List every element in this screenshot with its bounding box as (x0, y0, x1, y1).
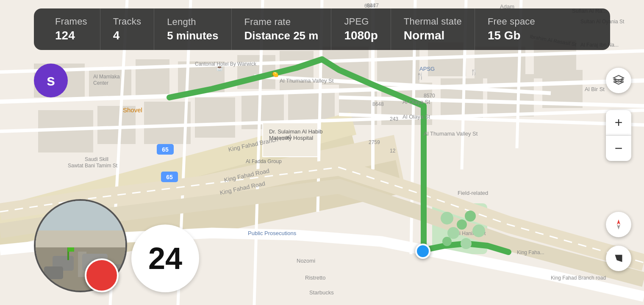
svg-text:Maternity Hospital: Maternity Hospital (269, 135, 313, 141)
jpeg-value: 1080p (344, 29, 378, 42)
svg-text:Al Bir St: Al Bir St (585, 86, 605, 92)
free-space-value: 15 Gb (488, 29, 521, 42)
stat-frame-rate: Frame rate Distance 25 m (232, 8, 332, 50)
thermal-label: Thermal state (404, 16, 462, 27)
tracks-label: Tracks (113, 16, 141, 27)
location-button[interactable] (606, 246, 631, 271)
frames-label: Frames (55, 16, 87, 27)
svg-text:12: 12 (390, 148, 396, 154)
svg-text:☕: ☕ (216, 64, 224, 72)
svg-text:APSG: APSG (419, 66, 435, 72)
svg-text:Public Prosecutions: Public Prosecutions (248, 230, 297, 236)
zoom-in-button[interactable]: + (606, 110, 631, 136)
length-value: 5 minutes (167, 29, 218, 42)
record-button[interactable] (85, 258, 119, 292)
stat-tracks: Tracks 4 (100, 8, 154, 50)
stat-thermal: Thermal state Normal (391, 8, 475, 50)
svg-text:Shovel: Shovel (123, 106, 142, 114)
svg-text:Nozomi: Nozomi (297, 258, 315, 264)
speed-circle: 24 (131, 225, 199, 292)
svg-marker-101 (613, 252, 625, 264)
svg-text:Dr. Sulaiman Al Habib: Dr. Sulaiman Al Habib (269, 128, 322, 135)
jpeg-label: JPEG (344, 16, 369, 27)
svg-rect-21 (487, 74, 534, 116)
frame-rate-value: Distance 25 m (244, 29, 319, 42)
svg-point-92 (472, 225, 485, 237)
free-space-label: Free space (488, 16, 535, 27)
stats-bar: Frames 124 Tracks 4 Length 5 minutes Fra… (34, 8, 610, 50)
zoom-out-button[interactable]: − (606, 136, 631, 161)
layers-icon (612, 74, 625, 87)
svg-point-94 (461, 238, 472, 249)
stat-free-space: Free space 15 Gb (475, 8, 548, 50)
svg-text:🍋: 🍋 (271, 71, 279, 78)
svg-text:65: 65 (166, 174, 173, 180)
svg-rect-15 (195, 97, 235, 138)
tracks-value: 4 (113, 29, 120, 42)
svg-point-93 (442, 237, 452, 246)
app-icon-label: s (47, 72, 55, 89)
svg-point-89 (457, 219, 467, 230)
thermal-value: Normal (404, 29, 444, 42)
svg-text:2759: 2759 (369, 139, 380, 145)
svg-text:Field-related: Field-related (458, 190, 488, 196)
svg-text:Al Mamlaka: Al Mamlaka (93, 74, 120, 80)
svg-text:8648: 8648 (372, 101, 384, 107)
svg-marker-100 (617, 225, 620, 230)
svg-text:Cantonal Hotel By Warwick: Cantonal Hotel By Warwick (195, 61, 257, 67)
svg-point-88 (441, 212, 453, 225)
frame-rate-label: Frame rate (244, 17, 291, 28)
svg-text:6847: 6847 (364, 3, 376, 9)
stop-icon (95, 269, 108, 282)
stat-frames: Frames 124 (42, 8, 100, 50)
svg-text:🍴: 🍴 (470, 69, 478, 76)
svg-marker-98 (613, 82, 624, 84)
svg-text:Al Olaya St: Al Olaya St (402, 99, 430, 105)
compass-button[interactable] (606, 212, 631, 237)
svg-text:Center: Center (93, 80, 108, 86)
app-icon[interactable]: s (34, 64, 68, 97)
frames-value: 124 (55, 29, 75, 42)
length-label: Length (167, 17, 196, 28)
stat-length: Length 5 minutes (154, 8, 231, 50)
compass-icon (612, 218, 625, 231)
svg-text:Al Thumama Valley St: Al Thumama Valley St (424, 130, 478, 137)
svg-text:243: 243 (390, 116, 398, 122)
layers-button[interactable] (606, 68, 631, 93)
svg-text:King Fahad Branch road: King Fahad Branch road (551, 275, 606, 281)
current-location-dot (415, 244, 430, 259)
svg-marker-99 (617, 219, 620, 225)
svg-text:Saudi Skill: Saudi Skill (85, 156, 108, 162)
svg-text:🍴: 🍴 (416, 72, 425, 80)
speed-value: 24 (148, 241, 182, 276)
svg-point-90 (447, 227, 459, 239)
svg-text:8570: 8570 (424, 93, 435, 99)
stat-jpeg: JPEG 1080p (331, 8, 391, 50)
svg-text:Starbucks: Starbucks (309, 289, 334, 296)
svg-point-91 (465, 211, 476, 222)
svg-text:King Faha...: King Faha... (517, 250, 544, 255)
svg-text:Sawtat Bani Tamim St: Sawtat Bani Tamim St (68, 163, 118, 169)
svg-text:Ristretto: Ristretto (305, 274, 325, 281)
location-arrow-icon (613, 252, 625, 264)
svg-text:Al Thumama Valley St: Al Thumama Valley St (280, 78, 334, 84)
svg-text:Al Fadda Group: Al Fadda Group (246, 158, 282, 164)
zoom-controls: + − (606, 110, 631, 161)
svg-text:65: 65 (162, 146, 169, 153)
svg-text:Al Olaya St: Al Olaya St (402, 114, 430, 120)
